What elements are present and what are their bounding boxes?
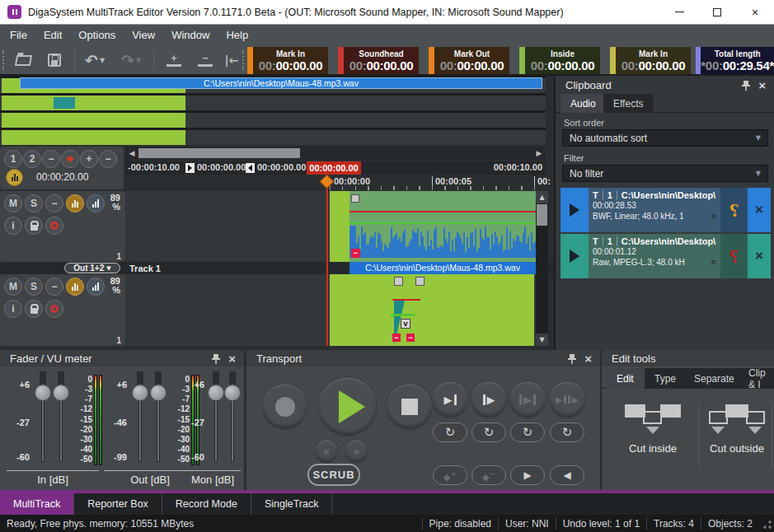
play-clip-button[interactable] [561,188,589,232]
clip-minus-handle[interactable]: − [406,334,415,342]
minimize-button[interactable] [660,0,698,25]
loop-play-to-mark-button[interactable]: ↻ [433,422,467,442]
close-panel-icon[interactable]: × [584,354,592,364]
menu-edit[interactable]: Edit [35,26,70,44]
pin-icon[interactable] [212,353,220,364]
track2-minimize-button[interactable]: − [45,278,63,296]
maximize-button[interactable] [698,0,736,25]
cut-inside-tool[interactable]: Cut inside [612,399,694,455]
close-panel-icon[interactable]: × [228,354,236,364]
previous-marker-button[interactable]: ◀ [550,465,584,485]
fader-knob[interactable] [224,385,241,401]
menu-window[interactable]: Window [163,26,218,44]
play-clip-button[interactable] [561,234,589,278]
tab-singletrack[interactable]: SingleTrack [251,493,333,515]
pin-icon[interactable] [568,353,576,364]
zoom-preset-1-button[interactable]: 1 [4,150,22,168]
tab-multitrack[interactable]: MultiTrack [0,493,74,515]
project-overview[interactable]: C:\Users\nin\Desktop\Maus-48.mp3.wav [0,76,546,145]
track1-name[interactable]: Track 1 [129,264,161,273]
clip-minus-handle[interactable]: − [351,249,360,258]
redo-button[interactable]: ↷▼ [117,49,145,71]
goto-start-button[interactable]: |← [223,49,241,71]
clip-handle[interactable] [415,277,425,286]
prelisten-ear-icon[interactable]: ? [720,234,748,278]
track-vertical-scrollbar[interactable]: ▲ ▼ [536,191,548,346]
sort-order-select[interactable]: No automatic sort▼ [562,129,768,147]
pin-icon[interactable] [742,80,750,91]
track2-meter-a-button[interactable] [66,278,84,296]
overview-file-bar[interactable]: C:\Users\nin\Desktop\Maus-48.mp3.wav [20,77,542,89]
mark-in-flag-icon[interactable] [185,163,195,173]
track2-audio-clip[interactable]: v − − [330,274,534,346]
track1-output-select[interactable]: Out 1+2▼ [64,263,120,273]
menu-options[interactable]: Options [70,26,124,44]
loop-play-from-mark-button[interactable]: ↻ [471,422,506,442]
fader-knob[interactable] [132,385,148,401]
loop-play-around-button[interactable]: ↻ [550,422,584,442]
play-button[interactable] [317,376,378,436]
clipboard-tab-effects[interactable]: Effects [603,94,653,113]
zoom-in-time-button[interactable]: + [80,150,98,168]
scroll-up-icon[interactable]: ▲ [536,191,548,203]
waveform-mode-button[interactable] [6,169,23,186]
scrollbar-thumb[interactable] [138,148,300,158]
fader-knob[interactable] [53,385,69,401]
remove-marker-button[interactable]: ◆− [471,465,506,485]
menu-view[interactable]: View [124,26,163,44]
track1-lock-button[interactable] [25,217,43,235]
zoom-to-selection-button[interactable] [61,150,79,168]
clip-handle[interactable] [351,194,359,203]
menu-help[interactable]: Help [218,26,256,44]
track1-solo-button[interactable]: S [25,194,43,212]
undo-button[interactable]: ↶▼ [81,49,109,71]
fader-out-left[interactable] [132,378,148,464]
play-from-mark-button[interactable]: ▶ [470,380,508,418]
delete-clip-button[interactable]: × [748,188,771,232]
edit-tools-tab-clip[interactable]: Clip & I [739,368,774,389]
track1-mute-button[interactable]: M [4,194,22,212]
time-ruler[interactable]: 00:00:00 00:00:05 00: [125,175,546,191]
fader-mon-right[interactable] [224,378,241,464]
track1-meter-a-button[interactable] [66,194,84,212]
fader-in-right[interactable] [53,378,69,464]
track2-record-arm-button[interactable] [45,300,63,318]
play-to-mark-button[interactable]: ▶ [431,380,469,418]
stop-button[interactable] [386,383,433,430]
zoom-in-button[interactable]: + [163,49,185,71]
menu-file[interactable]: File [2,26,35,44]
fader-knob[interactable] [150,385,167,401]
track2-mute-button[interactable]: M [4,278,22,296]
track2-lock-button[interactable] [25,300,43,318]
clip-handle[interactable] [394,277,403,286]
fader-in-left[interactable] [35,378,51,464]
scroll-left-icon[interactable]: ◀ [126,147,138,159]
track1-info-button[interactable]: i [4,217,22,235]
track1-audio-clip[interactable]: − [349,191,536,262]
expand-chevron-icon[interactable]: « [708,213,719,219]
clip1-title-bar[interactable]: C:\Users\nin\Desktop\Maus-48.mp3.wav [349,262,536,274]
scroll-right-icon[interactable]: ▶ [533,147,545,159]
close-panel-icon[interactable]: × [758,81,766,91]
track1-record-arm-button[interactable] [45,217,63,235]
scroll-down-icon[interactable]: ▼ [536,334,548,346]
delete-clip-button[interactable]: × [748,234,771,278]
play-around-mark-button[interactable]: ▶▶ [548,380,586,418]
fader-knob[interactable] [208,385,224,401]
open-button[interactable] [12,49,35,71]
filter-select[interactable]: No filter▼ [562,165,768,182]
clip-minus-handle[interactable]: − [392,334,401,342]
clipboard-item[interactable]: T1C:\Users\nin\Desktop\ 00:00:01.12 Raw,… [561,234,771,278]
zoom-collapse-button[interactable]: − [42,150,60,168]
step-back-button[interactable]: « [314,439,339,464]
resize-grip[interactable] [761,520,772,531]
track1-meter-b-button[interactable] [87,194,105,212]
volume-point-marker[interactable]: v [401,319,410,329]
edit-tools-tab-separate[interactable]: Separate [684,368,744,389]
zoom-out-button[interactable]: − [195,49,216,71]
play-between-marks-button[interactable]: ▶ [509,380,546,418]
cut-outside-tool[interactable]: Cut outside [704,399,770,455]
fader-knob[interactable] [35,385,51,401]
zoom-out-time-button[interactable]: − [99,150,117,168]
fader-mon-left[interactable] [208,378,224,464]
